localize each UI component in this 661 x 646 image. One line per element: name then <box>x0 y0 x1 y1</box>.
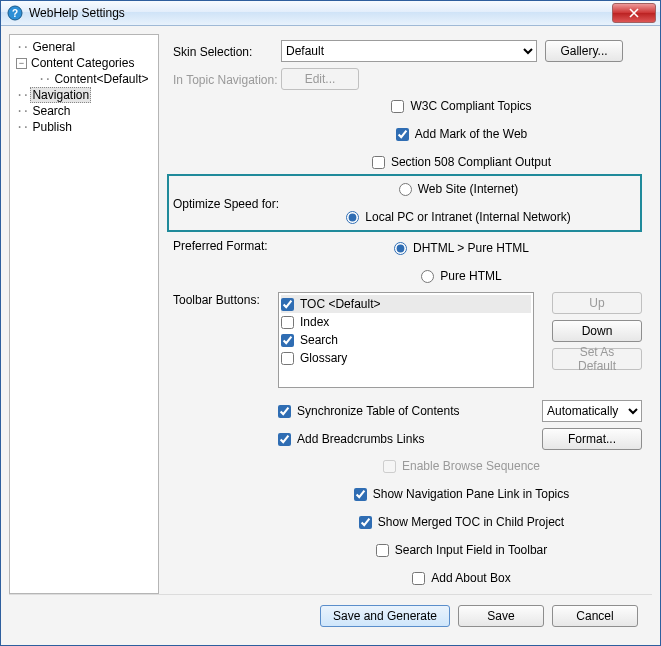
list-item[interactable]: Search <box>281 331 531 349</box>
edit-button: Edit... <box>281 68 359 90</box>
save-button[interactable]: Save <box>458 605 544 627</box>
navlink-checkbox[interactable] <box>354 488 367 501</box>
aboutbox-checkbox[interactable] <box>412 572 425 585</box>
tree-item-search[interactable]: ··Search <box>16 103 152 119</box>
optimize-web-radio[interactable] <box>399 183 412 196</box>
client-area: ··General − Content Categories ··Content… <box>1 26 660 645</box>
search-toolbar-label: Search Input Field in Toolbar <box>395 543 548 557</box>
merged-label: Show Merged TOC in Child Project <box>378 515 564 529</box>
optimize-label: Optimize Speed for: <box>173 196 281 211</box>
sync-checkbox[interactable] <box>278 405 291 418</box>
search-toolbar-checkbox[interactable] <box>376 544 389 557</box>
tree-item-navigation[interactable]: ··Navigation <box>16 87 152 103</box>
down-button[interactable]: Down <box>552 320 642 342</box>
toolbar-label: Toolbar Buttons: <box>173 292 278 307</box>
aboutbox-label: Add About Box <box>431 571 510 585</box>
up-button: Up <box>552 292 642 314</box>
sync-label: Synchronize Table of Contents <box>297 404 460 418</box>
set-default-button: Set As Default <box>552 348 642 370</box>
format-button[interactable]: Format... <box>542 428 642 450</box>
list-item[interactable]: TOC <Default> <box>281 295 531 313</box>
dialog-window: ? WebHelp Settings ··General − Content C… <box>0 0 661 646</box>
form-panel: Skin Selection: Default Gallery... In To… <box>167 34 652 594</box>
breadcrumbs-label: Add Breadcrumbs Links <box>297 432 424 446</box>
dialog-footer: Save and Generate Save Cancel <box>9 594 652 637</box>
breadcrumbs-checkbox[interactable] <box>278 433 291 446</box>
skin-combo[interactable]: Default <box>281 40 537 62</box>
tree-item-content-default[interactable]: ··Content<Default> <box>16 71 152 87</box>
window-title: WebHelp Settings <box>29 6 612 20</box>
list-item[interactable]: Index <box>281 313 531 331</box>
s508-checkbox[interactable] <box>372 156 385 169</box>
w3c-label: W3C Compliant Topics <box>410 99 531 113</box>
nav-tree[interactable]: ··General − Content Categories ··Content… <box>9 34 159 594</box>
skin-label: Skin Selection: <box>173 44 281 59</box>
merged-checkbox[interactable] <box>359 516 372 529</box>
gallery-button[interactable]: Gallery... <box>545 40 623 62</box>
optimize-local-radio[interactable] <box>346 211 359 224</box>
list-item[interactable]: Glossary <box>281 349 531 367</box>
save-generate-button[interactable]: Save and Generate <box>320 605 450 627</box>
toolbar-listbox[interactable]: TOC <Default> Index Search Glossary <box>278 292 534 388</box>
tree-item-general[interactable]: ··General <box>16 39 152 55</box>
navlink-label: Show Navigation Pane Link in Topics <box>373 487 570 501</box>
browse-checkbox <box>383 460 396 473</box>
format-dhtml-label: DHTML > Pure HTML <box>413 241 529 255</box>
optimize-web-label: Web Site (Internet) <box>418 182 519 196</box>
topic-nav-label: In Topic Navigation: <box>173 72 281 87</box>
format-label: Preferred Format: <box>173 238 281 253</box>
close-button[interactable] <box>612 3 656 23</box>
format-pure-radio[interactable] <box>421 270 434 283</box>
format-pure-label: Pure HTML <box>440 269 501 283</box>
tree-item-content-categories[interactable]: − Content Categories <box>16 55 152 71</box>
titlebar: ? WebHelp Settings <box>1 1 660 26</box>
mow-checkbox[interactable] <box>396 128 409 141</box>
app-icon: ? <box>7 5 23 21</box>
w3c-checkbox[interactable] <box>391 100 404 113</box>
optimize-local-label: Local PC or Intranet (Internal Network) <box>365 210 570 224</box>
svg-text:?: ? <box>12 8 18 19</box>
browse-label: Enable Browse Sequence <box>402 459 540 473</box>
optimize-highlight: Optimize Speed for: Web Site (Internet) … <box>167 174 642 232</box>
cancel-button[interactable]: Cancel <box>552 605 638 627</box>
mow-label: Add Mark of the Web <box>415 127 528 141</box>
tree-expander-icon[interactable]: − <box>16 58 27 69</box>
tree-item-publish[interactable]: ··Publish <box>16 119 152 135</box>
format-dhtml-radio[interactable] <box>394 242 407 255</box>
sync-combo[interactable]: Automatically <box>542 400 642 422</box>
s508-label: Section 508 Compliant Output <box>391 155 551 169</box>
